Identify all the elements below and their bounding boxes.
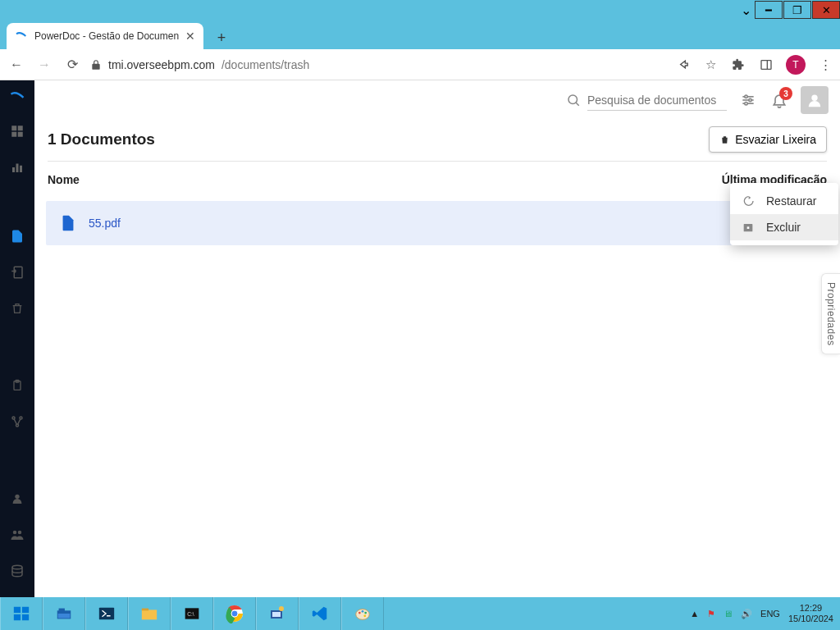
filter-tune-icon[interactable] [738,90,758,110]
sidebar-item-import[interactable] [0,254,34,290]
context-delete[interactable]: Excluir [730,214,838,240]
side-panel-icon[interactable] [758,57,774,73]
svg-rect-8 [20,166,22,172]
search-input[interactable] [587,90,727,111]
sidebar-item-team[interactable] [0,517,34,553]
app-body: 3 1 Documentos Esvaziar Lixeira Nome Últ… [0,80,840,597]
back-button[interactable]: ← [7,55,26,75]
svg-point-17 [18,531,22,535]
page-title: 1 Documentos [48,130,155,148]
taskbar-file-explorer[interactable] [43,597,85,630]
app-logo[interactable] [0,80,34,113]
extensions-icon[interactable] [730,57,746,73]
context-restore[interactable]: Restaurar [730,188,838,214]
tray-clock[interactable]: 12:29 15/10/2024 [788,603,833,624]
svg-rect-30 [14,607,21,613]
close-window-button[interactable]: ✕ [812,1,840,19]
table-header: Nome Última modificação [34,162,840,198]
properties-rail[interactable]: Propriedades [821,273,840,354]
share-icon[interactable] [674,57,691,73]
tab-favicon [15,30,28,43]
tray-time: 12:29 [788,603,833,614]
delete-icon [742,221,756,234]
context-menu: Restaurar Excluir [730,183,838,245]
maximize-button[interactable]: ❐ [783,1,811,19]
svg-point-50 [362,610,364,613]
tray-lang[interactable]: ENG [760,609,780,619]
reload-button[interactable]: ⟳ [62,55,82,75]
bookmark-star-icon[interactable]: ☆ [702,57,719,73]
search-wrap [566,90,727,111]
minimize-button[interactable]: ━ [755,1,783,19]
svg-point-15 [15,495,19,499]
trash-icon [719,134,730,146]
file-name: 55.pdf [89,217,121,230]
svg-rect-32 [14,614,21,620]
tray-icon-2[interactable]: 🖥 [724,609,733,619]
taskbar-paint[interactable] [341,597,384,630]
tray-icon-1[interactable]: ⚑ [707,609,715,619]
svg-rect-36 [58,614,71,619]
sidebar-item-clipboard[interactable] [0,368,34,404]
sidebar-item-dashboard[interactable] [0,113,34,149]
address-bar[interactable]: tmi.overseebpm.com/documents/trash [90,58,666,71]
svg-point-14 [16,424,19,427]
svg-rect-38 [142,609,157,619]
new-tab-button[interactable]: + [210,26,233,49]
empty-trash-label: Esvaziar Lixeira [735,133,816,146]
taskbar-folder[interactable] [128,597,171,630]
svg-rect-4 [11,132,16,137]
file-icon [59,212,77,234]
svg-rect-46 [272,612,281,617]
restore-icon [742,194,756,208]
empty-trash-button[interactable]: Esvaziar Lixeira [709,126,827,153]
context-restore-label: Restaurar [766,194,816,208]
taskbar-putty[interactable] [256,597,299,630]
svg-line-20 [576,103,579,106]
titlebar-dropdown-icon[interactable]: ⌄ [737,2,754,18]
taskbar-cmd[interactable]: C:\ [171,597,213,630]
url-domain: tmi.overseebpm.com [108,58,215,71]
forward-button[interactable]: → [34,55,54,75]
svg-rect-29 [747,226,750,229]
search-icon [566,93,581,107]
svg-rect-35 [59,609,65,612]
svg-rect-39 [142,609,148,611]
taskbar-powershell[interactable] [85,597,128,630]
svg-point-18 [12,565,22,569]
context-delete-label: Excluir [766,221,801,234]
svg-rect-7 [16,164,19,173]
svg-point-51 [364,612,367,614]
notification-badge: 3 [779,87,792,100]
svg-rect-2 [11,126,16,130]
profile-avatar[interactable]: T [786,55,806,75]
tab-title: PowerDoc - Gestão de Documen [34,30,179,42]
tray-up-icon[interactable]: ▲ [690,609,699,619]
sidebar-item-user[interactable] [0,481,34,517]
svg-point-49 [358,612,361,614]
sidebar-item-trash[interactable] [0,290,34,326]
taskbar-vscode[interactable] [299,597,341,630]
taskbar-chrome[interactable] [213,597,256,630]
sidebar-item-workflow[interactable] [0,404,34,440]
svg-rect-33 [22,614,29,620]
sidebar-item-documents[interactable] [0,218,34,254]
notifications-button[interactable]: 3 [769,90,789,110]
svg-rect-3 [18,126,23,130]
svg-point-16 [13,531,17,535]
tray-date: 15/10/2024 [788,614,833,624]
browser-tab[interactable]: PowerDoc - Gestão de Documen ✕ [7,23,203,49]
svg-rect-0 [761,60,771,69]
table-row[interactable]: 55.pdf [46,201,829,245]
tab-close-icon[interactable]: ✕ [185,30,195,43]
svg-point-19 [568,95,578,104]
user-avatar-button[interactable] [801,86,829,114]
sidebar-item-analytics[interactable] [0,149,34,185]
start-button[interactable] [0,597,43,630]
svg-rect-31 [22,607,29,613]
url-path: /documents/trash [221,58,309,71]
toolbar-right-icons: ☆ T ⋮ [674,55,833,75]
sidebar-item-database[interactable] [0,553,34,589]
browser-menu-icon[interactable]: ⋮ [817,57,833,73]
tray-icon-3[interactable]: 🔊 [741,609,752,619]
